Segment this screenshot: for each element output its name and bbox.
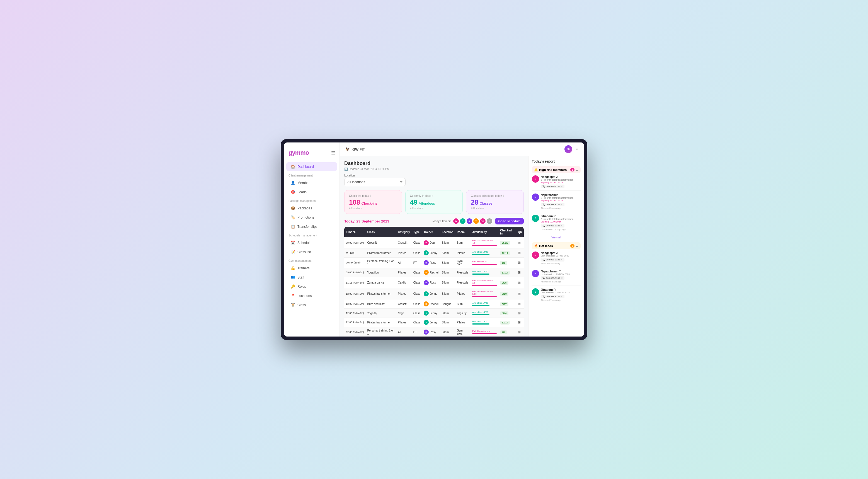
sidebar-item-class[interactable]: 🏋️ Class — [286, 301, 337, 309]
go-to-schedule-button[interactable]: Go to schedule — [495, 218, 524, 224]
location-select[interactable]: All locations Silom Bangna Sukhumvit — [344, 178, 406, 186]
cell-trainer: R Rachel — [422, 268, 440, 277]
copy-icon-l3[interactable]: ✕ — [561, 295, 563, 298]
cell-room: Gym area — [455, 327, 471, 337]
cell-qr[interactable]: ⊞ — [516, 237, 524, 248]
cell-qr[interactable]: ⊞ — [516, 288, 524, 299]
section-client-mgmt: Client management — [284, 171, 340, 178]
cell-room: Pilates — [455, 248, 471, 258]
checkins-sub: All locations — [349, 207, 397, 210]
sidebar-item-class-list[interactable]: 📝 Class list — [286, 247, 337, 256]
sidebar-item-leads[interactable]: 🎯 Leads — [286, 188, 337, 196]
view-all-link[interactable]: View all — [532, 236, 581, 239]
cell-room: Freestyle — [455, 277, 471, 288]
cell-qr[interactable]: ⊞ — [516, 327, 524, 337]
table-row: 00 PM (60m) Personal training 1 on 1 All… — [344, 258, 524, 268]
trainer-avatar-extra: +5 — [486, 218, 493, 224]
trainer-avatar-3: R — [466, 218, 473, 224]
table-row: 12:00 PM (45m) Burn and blast Crossfit C… — [344, 299, 524, 309]
scheduled-label: Classes scheduled today ℹ — [471, 194, 519, 198]
phone-badge-2[interactable]: 📞 069-988-8136 ✕ — [541, 203, 564, 206]
cell-category: Pilates — [396, 248, 411, 258]
cell-checked: 0/25 — [498, 277, 516, 288]
cell-type: Class — [412, 268, 422, 277]
stat-checkins: Check-ins today ℹ 108 Check-ins All loca… — [344, 190, 402, 214]
in-class-label: Currently in class ℹ — [410, 194, 458, 198]
cell-class: Crossfit — [366, 237, 396, 248]
checkins-unit: Check-ins — [362, 201, 378, 206]
in-class-sub: All locations — [410, 207, 458, 210]
cell-category: Pilates — [396, 288, 411, 299]
sidebar-item-transfer-slips[interactable]: 📋 Transfer slips — [286, 222, 337, 231]
device-frame: gymmo ☰ 🏠 Dashboard Client management 👤 … — [281, 139, 587, 340]
sidebar-item-trainers[interactable]: 💪 Trainers — [286, 264, 337, 272]
sidebar-label-transfer: Transfer slips — [298, 225, 317, 229]
lead-phone-3[interactable]: 📞 069-988-8136 ✕ — [541, 295, 564, 298]
hot-lead-2: N Napatchanun T. Last attended : 23 NOV … — [532, 270, 581, 286]
sidebar-item-promotions[interactable]: 🏷️ Promotions — [286, 213, 337, 222]
sidebar-item-roles[interactable]: 🔑 Roles — [286, 282, 337, 291]
logo: gymmo — [288, 149, 309, 156]
copy-icon-3[interactable]: ✕ — [561, 224, 563, 227]
chevron-up-icon[interactable]: ▲ — [576, 168, 579, 171]
copy-icon-1[interactable]: ✕ — [561, 185, 563, 188]
sidebar-item-members[interactable]: 👤 Members — [286, 178, 337, 187]
in-class-unit: Attendees — [419, 201, 435, 206]
user-avatar[interactable]: JE — [564, 145, 572, 153]
cell-type: Class — [412, 277, 422, 288]
cell-class: Pilates transformer — [366, 288, 396, 299]
cell-trainer: R Rosy — [422, 258, 440, 268]
menu-icon[interactable]: ☰ — [331, 150, 335, 156]
member-avatar-2: N — [532, 193, 539, 201]
table-row: 09:00 PM (60m) Yoga flow Pilates Class R… — [344, 268, 524, 277]
phone-badge-1[interactable]: 📞 069-988-8136 ✕ — [541, 185, 564, 188]
lead-time-3: Attended 7 days ago — [541, 299, 570, 301]
cell-type: Class — [412, 309, 422, 318]
cell-qr[interactable]: ⊞ — [516, 299, 524, 309]
cell-category: Pilates — [396, 318, 411, 327]
copy-icon-l1[interactable]: ✕ — [561, 259, 563, 261]
stats-row: Check-ins today ℹ 108 Check-ins All loca… — [344, 190, 524, 214]
copy-icon-2[interactable]: ✕ — [561, 203, 563, 206]
cell-qr[interactable]: ⊞ — [516, 318, 524, 327]
table-body: 09:00 PM (45m) Crossfit Crossfit Class D… — [344, 237, 524, 336]
topbar: 🦅 KIWIFIT JE ▼ — [340, 143, 584, 156]
chevron-up-icon-2[interactable]: ▲ — [576, 244, 579, 247]
high-risk-label: ⚠️ High risk members — [534, 168, 567, 172]
panel-title: Today's report — [532, 159, 581, 163]
th-time: Time ⇅ — [344, 227, 366, 237]
cell-checked: 12/14 — [498, 248, 516, 258]
cell-location: Bangna — [440, 299, 455, 309]
chevron-down-icon[interactable]: ▼ — [576, 148, 579, 151]
cell-qr[interactable]: ⊞ — [516, 309, 524, 318]
sidebar-item-packages[interactable]: 📦 Packages — [286, 204, 337, 212]
cell-trainer: R Rosy — [422, 327, 440, 337]
packages-icon: 📦 — [291, 206, 295, 210]
cell-availability: Full: Nutcha M. — [470, 258, 498, 268]
dashboard-icon: 🏠 — [291, 164, 295, 169]
member-sub-1: 3 - month total transformation — [541, 178, 574, 181]
cell-qr[interactable]: ⊞ — [516, 248, 524, 258]
sidebar-item-staff[interactable]: 👥 Staff — [286, 273, 337, 281]
sidebar-item-dashboard[interactable]: 🏠 Dashboard — [286, 162, 337, 171]
sidebar-item-locations[interactable]: 📍 Locations — [286, 291, 337, 300]
sidebar-label-staff: Staff — [298, 275, 304, 279]
table-row: 12:00 PM (45m) Pilates transformer Pilat… — [344, 288, 524, 299]
sidebar-label-locations: Locations — [298, 294, 312, 298]
copy-icon-l2[interactable]: ✕ — [561, 277, 563, 279]
cell-qr[interactable]: ⊞ — [516, 258, 524, 268]
cell-room: Freestyle — [455, 268, 471, 277]
lead-phone-2[interactable]: 📞 069-988-8136 ✕ — [541, 276, 564, 280]
cell-room: Burn — [455, 237, 471, 248]
phone-badge-3[interactable]: 📞 069-988-8136 ✕ — [541, 224, 564, 228]
sidebar-label-class: Class — [298, 303, 306, 307]
cell-qr[interactable]: ⊞ — [516, 268, 524, 277]
schedule-icon: 📅 — [291, 241, 295, 245]
cell-qr[interactable]: ⊞ — [516, 277, 524, 288]
sidebar-item-schedule[interactable]: 📅 Schedule — [286, 238, 337, 247]
fire-icon: 🔥 — [534, 244, 538, 247]
location-label: Location — [344, 174, 524, 177]
member-info-2: Napatchanun T. 3 - month total transform… — [541, 193, 574, 209]
cell-class: Personal training 1 on 1 — [366, 327, 396, 337]
lead-phone-1[interactable]: 📞 069-988-8136 ✕ — [541, 258, 564, 262]
